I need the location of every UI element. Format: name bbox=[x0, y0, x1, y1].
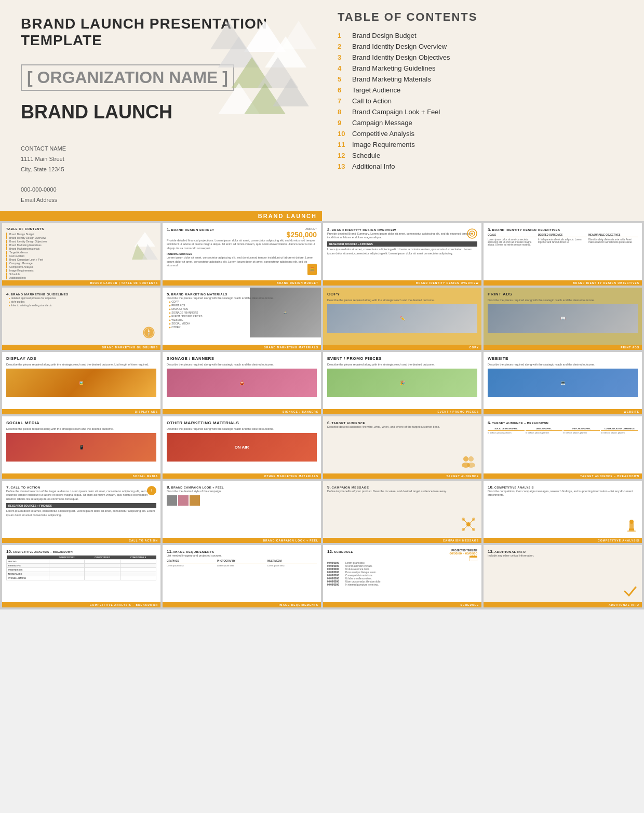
slide-additional-header: ADDITIONAL INFO bbox=[494, 550, 526, 553]
slide-image-req-num: 11. bbox=[167, 549, 172, 554]
slide-materials-footer: BRAND MARKETING MATERIALS bbox=[163, 345, 321, 350]
schedule-item-2: 00/00/0000Ut enim ad minim veniam. bbox=[327, 565, 477, 567]
slide-materials-num: 5. bbox=[167, 292, 170, 296]
slide-print-ads-header: PRINT ADS bbox=[488, 292, 638, 296]
slide-guidelines-list: detailed approval process for all pieces… bbox=[6, 296, 156, 307]
copy-image: ✏️ bbox=[327, 304, 477, 333]
slide-social-footer: SOCIAL MEDIA bbox=[2, 473, 160, 479]
social-image: 📱 bbox=[6, 433, 156, 462]
slide-other-marketing-header: OTHER MARKETING MATERIALS bbox=[167, 421, 317, 425]
slide-overview-research-label: RESEARCH SOURCES + FINDINGS bbox=[327, 241, 477, 247]
slide-campaign-message-header: CAMPAIGN MESSAGE bbox=[331, 486, 369, 489]
slide-target-footer: TARGET AUDIENCE bbox=[323, 473, 481, 479]
slide-target-audience: 6. TARGET AUDIENCE Describe desired audi… bbox=[323, 416, 481, 479]
slide-event-body: Describe the pieces required along with … bbox=[327, 363, 477, 367]
contact-address1: 1111 Main Street bbox=[21, 154, 301, 165]
slide-budget-num: 1. bbox=[167, 227, 170, 232]
slide-social: SOCIAL MEDIA Describe the pieces require… bbox=[2, 416, 160, 479]
slide-signage-body: Describe the pieces required along with … bbox=[167, 363, 317, 367]
contact-name: CONTACT NAME bbox=[21, 144, 301, 154]
svg-rect-35 bbox=[629, 523, 634, 529]
contact-email: Email Address bbox=[21, 195, 301, 206]
slide-print-ads: PRINT ADS Describe the pieces required a… bbox=[484, 288, 642, 350]
slide-target-header: TARGET AUDIENCE bbox=[331, 422, 365, 425]
slide-campaign-message-num: 9. bbox=[327, 485, 331, 490]
svg-line-32 bbox=[468, 524, 474, 530]
slide-guidelines-header: BRAND MARKETING GUIDELINES bbox=[10, 293, 68, 296]
toc-title: TABLE OF CONTENTS bbox=[338, 10, 628, 24]
schedule-item-5: 00/00/0000Consequat duis aute irure. bbox=[327, 574, 477, 577]
slide-toc-footer: BRAND LAUNCH | TABLE OF CONTENTS bbox=[2, 280, 160, 286]
network-icon bbox=[461, 517, 476, 533]
slide-event-footer: EVENT / PROMO PIECES bbox=[323, 409, 481, 414]
tab-comm-header: COMMUNICATION CHANNELS bbox=[601, 427, 638, 431]
schedule-item-1: 00/00/0000Lorem ipsum desc bbox=[327, 562, 477, 564]
svg-rect-34 bbox=[629, 529, 634, 531]
slide-copy: COPY Describe the pieces required along … bbox=[323, 288, 481, 350]
slide-overview-num: 2. bbox=[327, 227, 331, 232]
slide-brand-campaign-swatches bbox=[167, 495, 317, 506]
tab-socio-header: SOCIO DEMOGRAPHIC bbox=[488, 427, 525, 431]
slide-cta-body: Define the desired reaction of the targe… bbox=[6, 490, 156, 502]
swatch-gold bbox=[190, 495, 200, 506]
slide-competitive-body: Describe competitors, their campaign mes… bbox=[488, 490, 638, 497]
hero-right-panel: TABLE OF CONTENTS 1Brand Design Budget 2… bbox=[322, 0, 644, 221]
slide-print-ads-footer: PRINT ADS bbox=[484, 345, 642, 350]
slide-competitive-num: 10. bbox=[488, 485, 493, 490]
cta-icon: ! bbox=[147, 486, 156, 495]
slide-additional-footer: ADDITIONAL INFO bbox=[484, 602, 642, 607]
slide-target-num: 6. bbox=[327, 421, 331, 425]
slide-budget-header: BRAND DESIGN BUDGET bbox=[171, 228, 214, 232]
slide-target-breakdown: 6. TARGET AUDIENCE – BREAKDOWN SOCIO DEM… bbox=[484, 416, 642, 479]
toc-item-12: 12Schedule bbox=[338, 152, 628, 159]
slide-target-breakdown-footer: TARGET AUDIENCE – BREAKDOWN bbox=[484, 473, 642, 479]
slide-image-req-footer: IMAGE REQUIREMENTS bbox=[163, 602, 321, 607]
toc-item-8: 8Brand Campaign Look + Feel bbox=[338, 108, 628, 116]
signage-image: 🎪 bbox=[167, 369, 317, 397]
slide-budget: 1. BRAND DESIGN BUDGET AMOUNT $250,000 P… bbox=[163, 223, 321, 286]
slide-target-breakdown-header: TARGET AUDIENCE – BREAKDOWN bbox=[492, 422, 548, 425]
slide-target-body: Describe desired audience: the who, what… bbox=[327, 425, 477, 429]
slide-signage: SIGNAGE / BANNERS Describe the pieces re… bbox=[163, 352, 321, 414]
slide-objectives-header: BRAND IDENTITY DESIGN OBJECTIVES bbox=[492, 228, 560, 232]
contact-address2: City, State 12345 bbox=[21, 165, 301, 175]
slide-display-ads-body: Describe the pieces required along with … bbox=[6, 363, 156, 367]
print-ads-image: 📖 bbox=[488, 304, 638, 333]
multimedia-col-header: MULTIMEDIA bbox=[267, 560, 317, 563]
toc-item-1: 1Brand Design Budget bbox=[338, 32, 628, 39]
slide-schedule-items: 00/00/0000Lorem ipsum desc 00/00/0000Ut … bbox=[327, 562, 477, 586]
chess-icon bbox=[626, 519, 637, 533]
slide-image-req-body: List needed imagery and projected source… bbox=[167, 554, 317, 558]
slide-website-body: Describe the pieces required along with … bbox=[488, 363, 638, 367]
tab-dag-header: DAGOGRAPHIC bbox=[526, 427, 562, 431]
slide-display-ads: DISPLAY ADS Describe the pieces required… bbox=[2, 352, 160, 414]
checkmark-icon bbox=[624, 586, 637, 597]
slide-competitive-analysis: 10. COMPETITIVE ANALYSIS Describe compet… bbox=[484, 481, 642, 543]
slide-brand-campaign: 8. BRAND CAMPAIGN LOOK + FEEL Describe t… bbox=[163, 481, 321, 543]
svg-rect-38 bbox=[469, 556, 477, 558]
measurable-objectives-col-header: MEASURABLE OBJECTIVES bbox=[588, 234, 638, 237]
svg-point-36 bbox=[629, 520, 634, 524]
toc-item-5: 5Brand Marketing Materials bbox=[338, 75, 628, 83]
hero-brand-bar: BRAND LAUNCH bbox=[0, 211, 322, 221]
slide-additional-num: 13. bbox=[488, 549, 493, 554]
slide-objectives-grid: GOALS Lorem ipsum dolor sit amet consect… bbox=[488, 234, 638, 246]
slide-schedule: 12. SCHEDULE PROJECTED TIMELINE 00/00/00… bbox=[323, 545, 481, 607]
schedule-item-7: 00/00/0000Ulam causa modus illendam dolo… bbox=[327, 580, 477, 583]
target-icon bbox=[467, 228, 477, 239]
slide-signage-footer: SIGNAGE / BANNERS bbox=[163, 409, 321, 414]
slide-other-marketing-body: Describe the pieces required along with … bbox=[167, 427, 317, 431]
svg-point-23 bbox=[467, 463, 475, 468]
slide-other-marketing-footer: OTHER MARKETING MATERIALS bbox=[163, 473, 321, 479]
schedule-item-6: 00/00/0000Ut laborum ullamco dolor. bbox=[327, 577, 477, 580]
contact-phone: 000-000-0000 bbox=[21, 185, 301, 195]
slide-display-ads-header: DISPLAY ADS bbox=[6, 356, 156, 361]
slide-target-breakdown-grid: SOCIO DEMOGRAPHIC In traficos pilators p… bbox=[488, 427, 638, 434]
slide-campaign-message-footer: CAMPAIGN MESSAGE bbox=[323, 538, 481, 543]
svg-point-21 bbox=[468, 456, 474, 462]
slide-cta: 7. CALL TO ACTION Define the desired rea… bbox=[2, 481, 160, 543]
toc-item-6: 6Target Audience bbox=[338, 86, 628, 94]
slide-copy-footer: COPY bbox=[323, 345, 481, 350]
slide-materials-header: BRAND MARKETING MATERIALS bbox=[171, 293, 227, 296]
slide-toc: TABLE OF CONTENTS Brand Design Budget Br… bbox=[2, 223, 160, 286]
